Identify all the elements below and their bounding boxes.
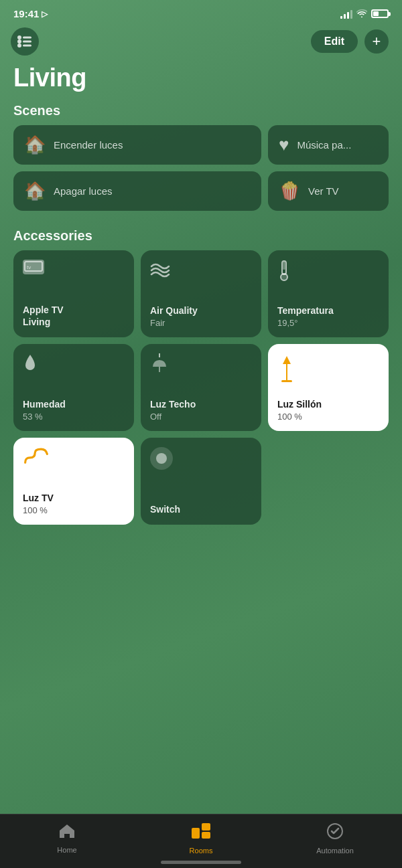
accessory-luztecho-name: Luz Techo: [150, 398, 252, 410]
accessories-section: Accessories tv Apple TVLiving: [0, 228, 402, 525]
svg-point-2: [17, 44, 21, 48]
top-controls: Edit +: [0, 22, 402, 61]
svg-rect-9: [283, 262, 285, 270]
nav-home[interactable]: Home: [0, 823, 134, 854]
svg-rect-17: [202, 823, 210, 831]
scenes-section: Scenes 🏠 Encender luces ♥ Música pa... 🏠…: [0, 103, 402, 218]
drop-icon: [23, 353, 125, 378]
switch-circle: [156, 453, 167, 464]
signal-bar-3: [347, 12, 349, 19]
signal-bars: [340, 9, 352, 19]
menu-button[interactable]: [11, 27, 39, 56]
appletv-icon: tv: [23, 260, 44, 274]
switch-icon: [150, 447, 252, 475]
accessory-airquality-text: Air Quality Fair: [150, 305, 252, 328]
accessory-temperatura-text: Temperatura 19,5°: [277, 305, 379, 328]
accessory-luzsillon-text: Luz Sillón 100 %: [277, 398, 379, 422]
accessory-luzsillon-name: Luz Sillón: [277, 398, 379, 410]
accessory-luztv-name: Luz TV: [23, 492, 125, 504]
home-indicator: [161, 861, 241, 864]
wifi-icon: [356, 9, 367, 19]
bottom-nav: Home Rooms Automation: [0, 814, 402, 868]
accessory-luzsillon[interactable]: Luz Sillón 100 %: [268, 344, 389, 431]
accessory-humedad-name: Humedad: [23, 398, 125, 410]
svg-rect-3: [23, 37, 31, 39]
accessory-appletv[interactable]: tv Apple TVLiving: [13, 250, 134, 337]
time: 19:41: [13, 8, 39, 19]
location-icon: ▷: [42, 9, 48, 19]
svg-rect-4: [23, 41, 31, 43]
accessory-temperatura[interactable]: Temperatura 19,5°: [268, 250, 389, 337]
accessory-airquality-status: Fair: [150, 318, 252, 328]
svg-point-0: [17, 35, 21, 39]
accessory-switch-name: Switch: [150, 503, 252, 515]
house-icon-apagar: 🏠: [24, 181, 46, 201]
scenes-row-2: 🏠 Apagar luces 🍿 Ver TV: [13, 171, 389, 211]
status-bar: 19:41 ▷: [0, 0, 402, 22]
plus-icon: +: [373, 34, 381, 49]
accessory-airquality[interactable]: Air Quality Fair: [141, 250, 261, 337]
accessory-appletv-name: Apple TVLiving: [23, 304, 125, 328]
svg-rect-15: [281, 380, 292, 382]
accessory-luztecho[interactable]: Luz Techo Off: [141, 344, 261, 431]
air-quality-icon: [150, 260, 252, 283]
scene-vertv-label: Ver TV: [308, 185, 339, 197]
accessory-humedad-status: 53 %: [23, 412, 125, 422]
svg-text:tv: tv: [27, 264, 31, 270]
luztv-icon-wrap: [23, 447, 125, 475]
accessory-luztecho-text: Luz Techo Off: [150, 398, 252, 422]
nav-rooms-label: Rooms: [190, 847, 213, 855]
popcorn-icon: 🍿: [279, 181, 300, 201]
scene-encender-label: Encender luces: [54, 139, 123, 151]
scene-vertv[interactable]: 🍿 Ver TV: [268, 171, 389, 211]
edit-button[interactable]: Edit: [311, 30, 358, 53]
scene-apagar-label: Apagar luces: [54, 185, 113, 197]
house-icon-encender: 🏠: [24, 135, 46, 155]
svg-marker-13: [283, 356, 291, 364]
accessory-switch-text: Switch: [150, 503, 252, 515]
scenes-row-1: 🏠 Encender luces ♥ Música pa...: [13, 125, 389, 165]
svg-point-1: [17, 39, 21, 44]
accessories-grid: tv Apple TVLiving Air Quality Fair: [0, 250, 402, 525]
accessory-humedad[interactable]: Humedad 53 %: [13, 344, 134, 431]
svg-rect-16: [192, 828, 200, 839]
nav-rooms[interactable]: Rooms: [134, 822, 268, 855]
add-button[interactable]: +: [364, 29, 389, 54]
appletv-icon-wrap: tv: [23, 260, 125, 280]
scene-musica[interactable]: ♥ Música pa...: [268, 125, 389, 165]
rooms-nav-icon: [191, 822, 211, 844]
top-right: Edit +: [311, 29, 389, 54]
thermometer-icon: [277, 260, 379, 286]
scene-musica-label: Música pa...: [297, 139, 351, 151]
accessory-luztv-text: Luz TV 100 %: [23, 492, 125, 515]
nav-automation[interactable]: Automation: [268, 822, 402, 855]
nav-automation-label: Automation: [316, 847, 354, 855]
svg-rect-5: [23, 45, 31, 47]
accessory-switch[interactable]: Switch: [141, 438, 261, 525]
nav-home-label: Home: [57, 846, 76, 854]
scene-encender[interactable]: 🏠 Encender luces: [13, 125, 261, 165]
floor-lamp-icon: [277, 353, 379, 388]
svg-rect-14: [286, 364, 287, 380]
automation-nav-icon: [326, 822, 344, 844]
signal-bar-4: [350, 10, 352, 19]
accessory-temperatura-name: Temperatura: [277, 305, 379, 317]
accessory-airquality-name: Air Quality: [150, 305, 252, 317]
scenes-label: Scenes: [0, 103, 402, 125]
signal-bar-2: [344, 14, 346, 19]
scenes-container: 🏠 Encender luces ♥ Música pa... 🏠 Apagar…: [0, 125, 402, 218]
accessory-luztv-status: 100 %: [23, 505, 125, 515]
accessory-luztv[interactable]: Luz TV 100 %: [13, 438, 134, 525]
accessory-luztecho-status: Off: [150, 412, 252, 422]
accessory-appletv-text: Apple TVLiving: [23, 304, 125, 328]
scene-apagar[interactable]: 🏠 Apagar luces: [13, 171, 261, 211]
status-left: 19:41 ▷: [13, 8, 48, 19]
accessory-humedad-text: Humedad 53 %: [23, 398, 125, 422]
page-title: Living: [0, 61, 402, 103]
accessories-label: Accessories: [0, 228, 402, 250]
accessory-temperatura-status: 19,5°: [277, 318, 379, 328]
heart-icon-musica: ♥: [279, 135, 289, 155]
home-nav-icon: [58, 823, 76, 843]
status-right: [340, 9, 389, 19]
accessory-luzsillon-status: 100 %: [277, 412, 379, 422]
